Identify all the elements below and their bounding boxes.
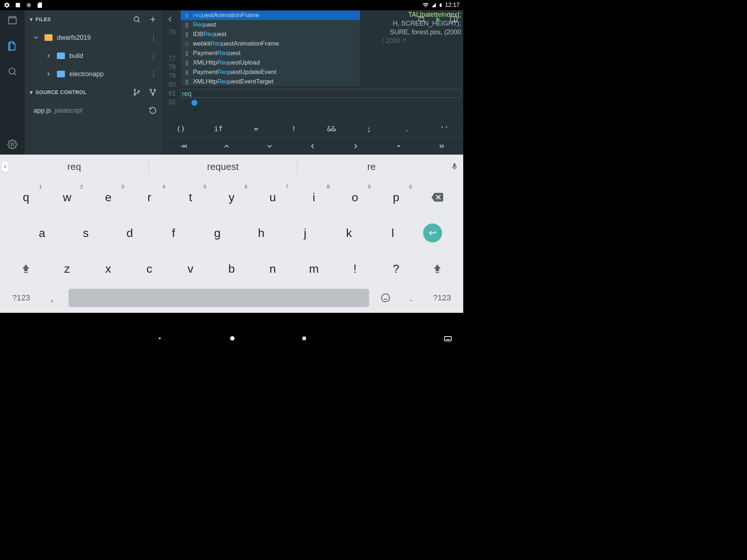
- backspace-key[interactable]: [418, 182, 457, 213]
- key-n[interactable]: n: [253, 253, 292, 284]
- svg-rect-0: [16, 3, 20, 7]
- symbol-key[interactable]: &&: [313, 120, 350, 137]
- key-v[interactable]: v: [171, 253, 210, 284]
- cursor-handle[interactable]: [191, 100, 197, 106]
- key-s[interactable]: s: [65, 217, 107, 249]
- panel-icon[interactable]: [449, 15, 458, 24]
- file-name: app.js: [34, 107, 51, 114]
- suggestion-item[interactable]: request: [149, 159, 298, 175]
- key-t[interactable]: t5: [171, 182, 210, 213]
- branch-icon[interactable]: [133, 88, 141, 96]
- search-files-icon[interactable]: [133, 15, 141, 23]
- arrow-down-key[interactable]: [248, 137, 291, 155]
- key-i[interactable]: i8: [294, 182, 333, 213]
- files-panel-header[interactable]: ▾ FILES: [25, 10, 162, 28]
- run-icon[interactable]: [433, 15, 442, 24]
- mode-key-right[interactable]: ?123: [427, 293, 457, 303]
- key-a[interactable]: a: [21, 217, 63, 249]
- svg-rect-16: [302, 337, 306, 340]
- symbol-key[interactable]: ;: [350, 120, 388, 137]
- autocomplete-item[interactable]: ⬡webkitRequestAnimationFrame: [181, 39, 360, 48]
- settings-rail-icon[interactable]: [7, 139, 18, 149]
- keyboard-toggle-icon[interactable]: [444, 334, 452, 343]
- more-icon[interactable]: ⋮: [150, 70, 157, 78]
- back-icon[interactable]: [166, 15, 174, 24]
- key-w[interactable]: w2: [48, 182, 87, 213]
- mode-key[interactable]: ?123: [7, 293, 36, 303]
- more-key[interactable]: [420, 137, 463, 155]
- symbol-key[interactable]: '': [426, 120, 463, 137]
- explorer-top-icon[interactable]: [7, 15, 18, 26]
- key-l[interactable]: l: [372, 217, 414, 249]
- active-line: req: [180, 89, 461, 98]
- files-icon[interactable]: [7, 41, 18, 51]
- key-z[interactable]: z: [48, 253, 87, 284]
- key-e[interactable]: e3: [89, 182, 128, 213]
- arrow-left-key[interactable]: [291, 137, 334, 155]
- space-key[interactable]: [69, 289, 369, 307]
- key-c[interactable]: c: [130, 253, 169, 284]
- key-k[interactable]: k: [328, 217, 370, 249]
- search-rail-icon[interactable]: [7, 66, 18, 77]
- key-x[interactable]: x: [89, 253, 128, 284]
- key-o[interactable]: o9: [336, 182, 375, 213]
- key-j[interactable]: j: [284, 217, 326, 249]
- editor: 76 77 78 79 80 81 82 TAL[paletteIndex]; …: [162, 10, 463, 155]
- key-b[interactable]: b: [212, 253, 251, 284]
- key-![interactable]: !: [336, 253, 375, 284]
- symbol-key[interactable]: (): [162, 120, 200, 137]
- recents-nav-icon[interactable]: [301, 335, 307, 341]
- suggestion-item[interactable]: req: [0, 159, 149, 175]
- key-q[interactable]: q1: [7, 182, 46, 213]
- code-area[interactable]: 76 77 78 79 80 81 82 TAL[paletteIndex]; …: [162, 10, 463, 120]
- expand-suggestions-icon[interactable]: [1, 161, 9, 172]
- dot-key[interactable]: .: [402, 292, 420, 304]
- key-u[interactable]: u7: [253, 182, 292, 213]
- source-control-header[interactable]: ▾ SOURCE CONTROL: [25, 83, 162, 101]
- tab-key[interactable]: [162, 137, 205, 155]
- shift-key[interactable]: [7, 253, 46, 284]
- tree-root[interactable]: dwarfs2019 ⋮: [25, 28, 162, 47]
- find-icon[interactable]: [417, 15, 426, 24]
- more-icon[interactable]: ⋮: [150, 52, 157, 60]
- back-nav-icon[interactable]: [156, 335, 163, 342]
- comma-key[interactable]: ,: [43, 292, 61, 304]
- shift-key[interactable]: [418, 253, 457, 284]
- key-m[interactable]: m: [294, 253, 333, 284]
- suggestion-item[interactable]: re: [297, 159, 446, 175]
- key-d[interactable]: d: [109, 217, 150, 249]
- autocomplete-item[interactable]: []Request: [181, 20, 360, 30]
- symbol-key[interactable]: .: [388, 120, 426, 137]
- more-icon[interactable]: ⋮: [150, 34, 157, 42]
- symbol-key[interactable]: =: [237, 120, 275, 137]
- tree-child[interactable]: electronapp ⋮: [25, 65, 162, 83]
- scm-file-row[interactable]: app.js javascript: [25, 101, 162, 120]
- arrow-right-key[interactable]: [334, 137, 377, 155]
- dropdown-key[interactable]: [377, 137, 420, 155]
- key-g[interactable]: g: [197, 217, 238, 249]
- svg-point-3: [9, 68, 15, 74]
- autocomplete-item[interactable]: {}requestAnimationFrame: [181, 11, 360, 20]
- home-nav-icon[interactable]: [229, 335, 236, 342]
- tree-child[interactable]: build ⋮: [25, 47, 162, 65]
- autocomplete-item[interactable]: []XMLHttpRequestUpload: [181, 58, 360, 67]
- symbol-key[interactable]: if: [200, 120, 237, 137]
- key-?[interactable]: ?: [377, 253, 416, 284]
- arrow-up-key[interactable]: [205, 137, 248, 155]
- fork-icon[interactable]: [149, 88, 157, 96]
- add-file-icon[interactable]: [149, 15, 157, 23]
- key-h[interactable]: h: [240, 217, 282, 249]
- autocomplete-item[interactable]: []IDBRequest: [181, 30, 360, 39]
- autocomplete-item[interactable]: []XMLHttpRequestEventTarget: [181, 77, 360, 86]
- autocomplete-item[interactable]: []PaymentRequestUpdateEvent: [181, 67, 360, 77]
- revert-icon[interactable]: [149, 106, 157, 114]
- mic-icon[interactable]: [446, 163, 463, 171]
- symbol-key[interactable]: !: [275, 120, 313, 137]
- key-y[interactable]: y6: [212, 182, 251, 213]
- key-r[interactable]: r4: [130, 182, 169, 213]
- key-p[interactable]: p0: [377, 182, 416, 213]
- emoji-key[interactable]: [376, 293, 395, 303]
- autocomplete-item[interactable]: []PaymentRequest: [181, 48, 360, 58]
- enter-key[interactable]: [423, 223, 442, 242]
- key-f[interactable]: f: [153, 217, 194, 249]
